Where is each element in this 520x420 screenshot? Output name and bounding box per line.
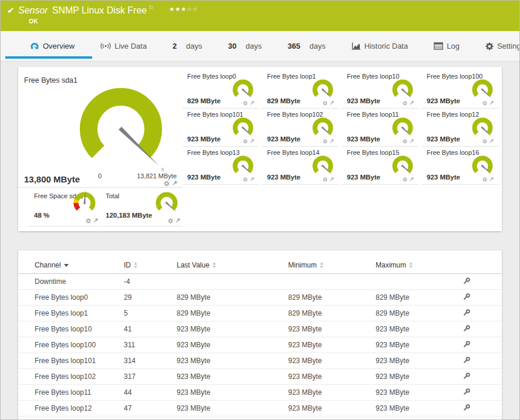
cell-action-icons[interactable] bbox=[243, 138, 255, 144]
loop-gauge-cell-free-bytes-loop0[interactable]: Free Bytes loop0829 MByte bbox=[183, 70, 259, 109]
gear-icon[interactable] bbox=[403, 101, 407, 106]
cell-action-icons[interactable] bbox=[403, 138, 414, 144]
pin-icon[interactable] bbox=[171, 180, 178, 187]
last-value-cell: 829 MByte bbox=[177, 309, 288, 317]
cell-action-icons[interactable] bbox=[403, 177, 414, 182]
gear-icon[interactable] bbox=[482, 177, 487, 182]
star-icon[interactable]: ☆ bbox=[193, 6, 198, 12]
edit-channel-button[interactable] bbox=[462, 372, 471, 380]
pin-icon[interactable] bbox=[329, 177, 335, 182]
tab-overview[interactable]: Overview bbox=[30, 42, 75, 51]
loop-gauge-cell-free-bytes-loop15[interactable]: Free Bytes loop15923 MByte bbox=[342, 147, 419, 185]
tab-30-days[interactable]: 30 days bbox=[228, 42, 262, 50]
loop-gauge-cell-free-bytes-loop101[interactable]: Free Bytes loop101923 MByte bbox=[183, 109, 259, 147]
gear-icon[interactable] bbox=[482, 101, 487, 106]
gear-icon[interactable] bbox=[403, 139, 407, 144]
column-header-channel[interactable]: Channel bbox=[35, 261, 124, 269]
gear-icon[interactable] bbox=[482, 139, 487, 144]
pin-icon[interactable] bbox=[489, 177, 494, 182]
tab-label: Log bbox=[447, 42, 460, 50]
column-header-last-value[interactable]: Last Value bbox=[177, 261, 288, 269]
gear-icon[interactable] bbox=[243, 101, 248, 106]
loop-gauge-cell-free-bytes-loop10[interactable]: Free Bytes loop10923 MByte bbox=[342, 70, 419, 109]
loop-gauge-cell-free-bytes-loop1[interactable]: Free Bytes loop1829 MByte bbox=[262, 70, 339, 109]
tab-365-days[interactable]: 365 days bbox=[288, 42, 326, 50]
mini-gauge-cell-total[interactable]: Total 120,183 MByte bbox=[102, 188, 183, 226]
pin-icon[interactable] bbox=[409, 138, 414, 144]
cell-action-icons[interactable] bbox=[86, 218, 99, 223]
gear-icon[interactable] bbox=[323, 139, 327, 144]
maximum-cell: 923 MByte bbox=[376, 404, 462, 412]
gear-icon[interactable] bbox=[164, 181, 170, 187]
star-icon[interactable]: ★ bbox=[169, 6, 175, 12]
column-header-id[interactable]: ID bbox=[124, 261, 177, 269]
channel-cell: Free Bytes loop10 bbox=[35, 325, 124, 333]
pin-icon[interactable] bbox=[489, 100, 494, 106]
gear-icon[interactable] bbox=[323, 101, 327, 106]
column-header-maximum[interactable]: Maximum bbox=[376, 261, 462, 269]
loop-gauge-cell-free-bytes-loop14[interactable]: Free Bytes loop14923 MByte bbox=[262, 147, 339, 185]
tab-historic-data[interactable]: Historic Data bbox=[352, 42, 408, 50]
edit-channel-button[interactable] bbox=[462, 293, 471, 301]
star-icon[interactable]: ☆ bbox=[187, 6, 193, 12]
loop-gauge-cell-free-bytes-loop11[interactable]: Free Bytes loop11923 MByte bbox=[342, 109, 419, 147]
sensor-kind-label: Sensor bbox=[18, 5, 48, 15]
pin-icon[interactable] bbox=[409, 100, 414, 106]
pin-icon[interactable] bbox=[329, 100, 335, 106]
cell-action-icons[interactable] bbox=[323, 138, 335, 144]
cell-action-icons[interactable] bbox=[323, 177, 335, 182]
tab-2-days[interactable]: 2 days bbox=[173, 42, 202, 50]
edit-channel-button[interactable] bbox=[462, 340, 471, 348]
cell-action-icons[interactable] bbox=[243, 100, 255, 106]
priority-stars[interactable]: ★★★☆☆ bbox=[169, 6, 198, 12]
priority-flag-icon[interactable]: ⚐ bbox=[148, 5, 154, 11]
tab-live-data[interactable]: Live Data bbox=[100, 42, 147, 50]
cell-action-icons[interactable] bbox=[482, 138, 494, 144]
cell-action-icons[interactable] bbox=[323, 100, 335, 106]
column-header-minimum[interactable]: Minimum bbox=[288, 261, 376, 269]
loop-gauge-cell-free-bytes-loop100[interactable]: Free Bytes loop100923 MByte bbox=[422, 70, 499, 109]
main-gauge: x̄ bbox=[68, 84, 174, 176]
mini-gauge-cell-free-space[interactable]: Free Space sda1 48 % bbox=[28, 188, 100, 226]
edit-channel-button[interactable] bbox=[462, 356, 471, 364]
pin-icon[interactable] bbox=[329, 138, 335, 144]
cell-action-icons[interactable] bbox=[164, 180, 178, 187]
channel-value: 120,183 MByte bbox=[106, 212, 152, 219]
star-icon[interactable]: ★ bbox=[181, 6, 187, 12]
pin-icon[interactable] bbox=[175, 218, 181, 223]
pin-icon[interactable] bbox=[409, 177, 414, 182]
gear-icon[interactable] bbox=[403, 177, 407, 182]
channel-title: Free Bytes sda1 bbox=[24, 76, 77, 84]
sensor-title-row: SensorSNMP Linux Disk Free⚐★★★☆☆ bbox=[18, 5, 198, 16]
edit-channel-button[interactable] bbox=[462, 309, 471, 317]
gear-icon[interactable] bbox=[243, 139, 248, 144]
tab-settings[interactable]: Settings bbox=[485, 42, 520, 50]
star-icon[interactable]: ★ bbox=[175, 6, 181, 12]
loop-gauge-cell-free-bytes-loop12[interactable]: Free Bytes loop12923 MByte bbox=[422, 109, 499, 147]
cell-action-icons[interactable] bbox=[243, 177, 255, 182]
table-row: Free Bytes loop1041923 MByte923 MByte923… bbox=[18, 321, 502, 337]
edit-channel-button[interactable] bbox=[462, 277, 471, 285]
edit-channel-button[interactable] bbox=[462, 388, 471, 396]
gear-icon[interactable] bbox=[168, 218, 173, 223]
pin-icon[interactable] bbox=[249, 177, 255, 182]
channel-title: Free Bytes loop101 bbox=[187, 111, 243, 118]
pin-icon[interactable] bbox=[249, 138, 255, 144]
gear-icon[interactable] bbox=[86, 218, 91, 223]
edit-channel-button[interactable] bbox=[462, 324, 471, 333]
loop-gauge-cell-free-bytes-loop16[interactable]: Free Bytes loop16923 MByte bbox=[422, 147, 499, 185]
gear-icon[interactable] bbox=[243, 177, 248, 182]
pin-icon[interactable] bbox=[93, 218, 99, 223]
cell-action-icons[interactable] bbox=[403, 100, 414, 106]
edit-channel-button[interactable] bbox=[462, 404, 471, 412]
cell-action-icons[interactable] bbox=[482, 177, 494, 182]
loop-gauge-cell-free-bytes-loop13[interactable]: Free Bytes loop13923 MByte bbox=[183, 147, 259, 185]
gear-icon[interactable] bbox=[323, 177, 327, 182]
cell-action-icons[interactable] bbox=[482, 100, 494, 106]
main-gauge-cell[interactable]: Free Bytes sda1 x̄ 0 13,821 MByte 13,800… bbox=[18, 67, 183, 188]
loop-gauge-cell-free-bytes-loop102[interactable]: Free Bytes loop102923 MByte bbox=[262, 109, 339, 147]
tab-log[interactable]: Log bbox=[434, 42, 460, 50]
pin-icon[interactable] bbox=[249, 100, 255, 106]
cell-action-icons[interactable] bbox=[168, 218, 181, 223]
pin-icon[interactable] bbox=[489, 138, 494, 144]
